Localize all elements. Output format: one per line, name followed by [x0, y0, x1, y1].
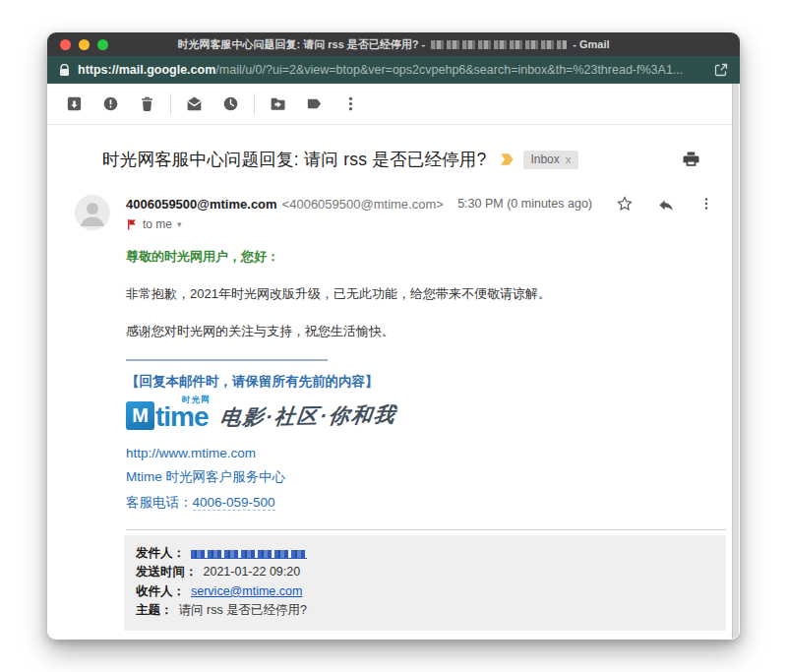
toolbar-divider: [254, 93, 255, 115]
star-button[interactable]: [616, 195, 634, 213]
quote-row-to: 收件人： service@mtime.com: [136, 582, 714, 601]
quote-to-label: 收件人：: [136, 582, 185, 601]
mtime-logo-mark: M time 时光网: [126, 401, 209, 430]
mtime-slogan: 电影·社区·你和我: [218, 400, 398, 431]
quote-from-label: 发件人：: [136, 544, 185, 563]
url-text[interactable]: https://mail.google.com/mail/u/0/?ui=2&v…: [78, 63, 706, 77]
url-path: /mail/u/0/?ui=2&view=btop&ver=ops2cvpehp…: [215, 63, 683, 77]
service-phone-line: 客服电话：4006-059-500: [126, 494, 275, 512]
quote-row-subject: 主题： 请问 rss 是否已经停用?: [136, 601, 714, 620]
window-titlebar: 时光网客服中心问题回复: 请问 rss 是否已经停用? - - Gmail: [47, 32, 740, 56]
remove-label-icon[interactable]: x: [566, 153, 572, 165]
move-to-button[interactable]: [260, 90, 296, 119]
close-window-button[interactable]: [60, 39, 71, 50]
browser-popup-window: 时光网客服中心问题回复: 请问 rss 是否已经停用? - - Gmail ht…: [47, 32, 740, 640]
mtime-site-link[interactable]: http://www.mtime.com: [126, 446, 256, 460]
sender-name: 4006059500@mtime.com: [126, 197, 277, 212]
url-domain: https://mail.google.com: [78, 63, 215, 77]
phone-number-link[interactable]: 4006-059-500: [193, 495, 275, 511]
sender-main: 4006059500@mtime.com <4006059500@mtime.c…: [126, 195, 714, 231]
print-button[interactable]: [682, 151, 700, 168]
reply-button[interactable]: [657, 197, 675, 212]
mtime-logo-cn: 时光网: [182, 395, 211, 406]
service-center-text: Mtime 时光网客户服务中心: [126, 468, 285, 486]
toolbar-divider: [170, 93, 171, 115]
mtime-logo: M time 时光网 电影·社区·你和我: [126, 401, 681, 430]
inbox-label-chip[interactable]: Inbox x: [523, 151, 577, 169]
quote-subject-value: 请问 rss 是否已经停用?: [179, 601, 308, 620]
show-details-caret-icon[interactable]: ▾: [177, 219, 182, 229]
sender-address: <4006059500@mtime.com>: [282, 197, 444, 212]
more-options-button[interactable]: [333, 90, 369, 119]
address-bar[interactable]: https://mail.google.com/mail/u/0/?ui=2&v…: [47, 56, 740, 84]
importance-marker-icon[interactable]: [500, 153, 515, 166]
window-title-suffix: - Gmail: [573, 38, 609, 50]
recipient-line[interactable]: to me ▾: [126, 217, 714, 231]
zoom-window-button[interactable]: [97, 39, 108, 50]
message-subject: 时光网客服中心问题回复: 请问 rss 是否已经停用?: [102, 148, 486, 171]
message-meta: 5:30 PM (0 minutes ago): [457, 195, 714, 213]
gmail-message-view: 时光网客服中心问题回复: 请问 rss 是否已经停用? Inbox x 4006…: [47, 84, 740, 640]
reply-note: 【回复本邮件时，请保留所有先前的内容】: [126, 373, 681, 391]
archive-button[interactable]: [56, 90, 92, 119]
message-toolbar: [47, 84, 740, 125]
to-me-label: to me: [143, 217, 172, 231]
minimize-window-button[interactable]: [79, 39, 90, 50]
phone-label: 客服电话：: [126, 495, 193, 510]
signature-divider: [126, 359, 328, 361]
window-title-prefix: 时光网客服中心问题回复: 请问 rss 是否已经停用? -: [177, 37, 425, 52]
redacted-account-email: [431, 40, 567, 49]
quote-subject-label: 主题：: [136, 601, 173, 620]
mtime-logo-m: M: [126, 401, 154, 430]
redacted-sender-email: [191, 550, 307, 559]
inbox-label-text: Inbox: [530, 153, 559, 166]
greeting-text: 尊敬的时光网用户，您好：: [126, 248, 681, 266]
open-in-new-window-icon[interactable]: [714, 63, 728, 77]
sender-avatar: [75, 195, 110, 230]
quote-to-link[interactable]: service@mtime.com: [191, 582, 302, 601]
snooze-button[interactable]: [212, 90, 249, 119]
window-title: 时光网客服中心问题回复: 请问 rss 是否已经停用? - - Gmail: [177, 37, 609, 52]
message-time: 5:30 PM (0 minutes ago): [457, 197, 592, 211]
message-more-button[interactable]: [698, 196, 714, 212]
message-body: 尊敬的时光网用户，您好： 非常抱歉，2021年时光网改版升级，已无此功能，给您带…: [47, 248, 740, 512]
quoted-message-header: 发件人： 发送时间： 2021-01-22 09:20 收件人： service…: [124, 535, 726, 631]
body-paragraph-1: 非常抱歉，2021年时光网改版升级，已无此功能，给您带来不便敬请谅解。: [126, 285, 681, 303]
quote-row-from: 发件人：: [136, 544, 714, 563]
no-encryption-icon: [126, 218, 138, 230]
quote-divider: [126, 529, 726, 530]
mark-unread-button[interactable]: [176, 90, 212, 119]
traffic-lights: [60, 39, 108, 50]
delete-button[interactable]: [129, 90, 165, 119]
subject-row: 时光网客服中心问题回复: 请问 rss 是否已经停用? Inbox x: [102, 148, 714, 171]
vertical-scrollbar[interactable]: [732, 84, 739, 639]
quote-date-value: 2021-01-22 09:20: [204, 563, 301, 581]
quote-date-label: 发送时间：: [136, 563, 198, 581]
body-paragraph-2: 感谢您对时光网的关注与支持，祝您生活愉快。: [126, 323, 681, 340]
sender-block: 4006059500@mtime.com <4006059500@mtime.c…: [75, 195, 714, 231]
report-spam-button[interactable]: [92, 90, 129, 119]
quote-row-date: 发送时间： 2021-01-22 09:20: [136, 563, 714, 581]
lock-icon: [59, 64, 70, 77]
mtime-logo-time: time: [155, 404, 209, 430]
sender-line: 4006059500@mtime.com <4006059500@mtime.c…: [126, 195, 714, 213]
labels-button[interactable]: [296, 90, 333, 119]
